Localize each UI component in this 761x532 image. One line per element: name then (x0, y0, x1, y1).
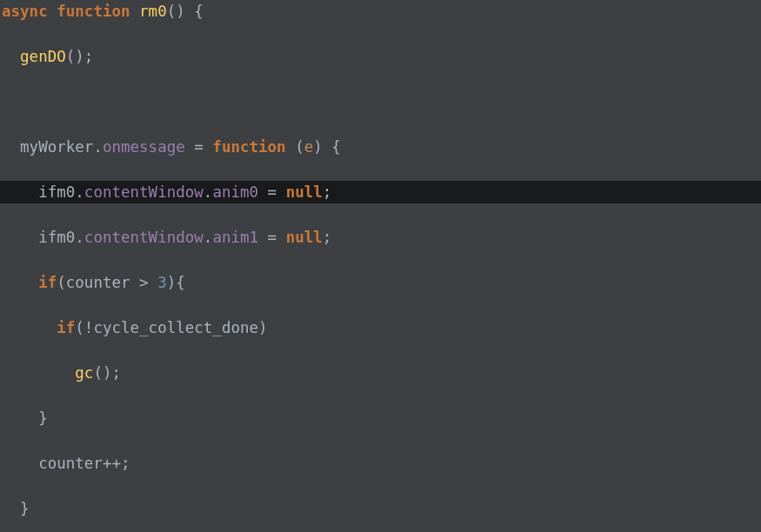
code-line: genDO(); (0, 45, 761, 68)
code-line: if(counter > 3){ (0, 271, 761, 294)
code-line: counter++; (0, 452, 761, 475)
code-line (0, 90, 761, 113)
code-line: async function rm0() { (0, 0, 761, 23)
code-line: ifm0.contentWindow.anim1 = null; (0, 226, 761, 249)
code-line: if(!cycle_collect_done) (0, 316, 761, 339)
code-line: } (0, 497, 761, 520)
code-block: async function rm0() { genDO(); myWorker… (0, 0, 761, 532)
code-line-highlighted: ifm0.contentWindow.anim0 = null; (0, 181, 761, 203)
code-line: gc(); (0, 362, 761, 384)
code-line: } (0, 407, 761, 429)
code-line: myWorker.onmessage = function (e) { (0, 136, 761, 158)
